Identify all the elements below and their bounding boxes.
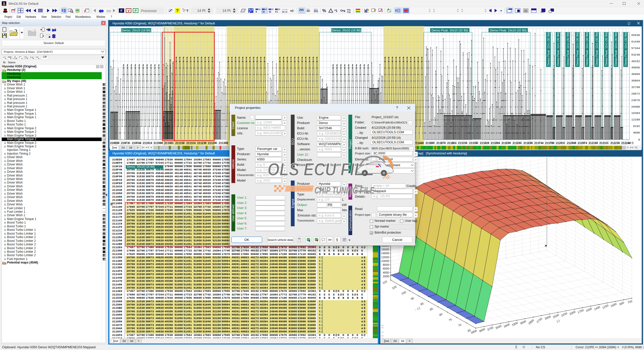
svg-text:Denso Float: 12x1 (32 Bit): Denso Float: 12x1 (32 Bit) <box>566 32 569 66</box>
svg-text:3000: 3000 <box>519 320 527 325</box>
svg-text:+/-: +/- <box>290 9 294 13</box>
svg-text:Denso Float: 12x1 (32 Bit): Denso Float: 12x1 (32 Bit) <box>576 32 579 66</box>
svg-text:4000: 4000 <box>383 271 389 274</box>
svg-text:>>: >> <box>328 238 332 242</box>
svg-text:1250: 1250 <box>602 304 609 309</box>
svg-text:HI LO: HI LO <box>282 11 287 13</box>
svg-text:3800: 3800 <box>478 327 486 333</box>
svg-text:2800: 2800 <box>528 319 535 325</box>
svg-text:70: 70 <box>458 323 462 327</box>
svg-text:85: 85 <box>429 307 433 311</box>
svg-text:90: 90 <box>420 302 424 306</box>
svg-text:1500: 1500 <box>585 307 592 313</box>
svg-text:2250: 2250 <box>561 312 568 317</box>
svg-text:Org: Org <box>340 9 345 12</box>
svg-text:- (-): - (-) <box>414 306 421 311</box>
svg-text:14000: 14000 <box>381 252 389 255</box>
svg-text:Denso Float: 12x1 (32 Bit): Denso Float: 12x1 (32 Bit) <box>595 32 598 66</box>
svg-text:3300: 3300 <box>511 321 518 327</box>
svg-text:Denso Float: 12x1 (32 Bit): Denso Float: 12x1 (32 Bit) <box>585 32 588 66</box>
svg-text:Denso Float: 12x1 (32 Bit): Denso Float: 12x1 (32 Bit) <box>556 32 559 66</box>
svg-text:16000: 16000 <box>381 248 389 251</box>
svg-text:100: 100 <box>401 290 407 295</box>
svg-text:3400: 3400 <box>503 323 510 328</box>
svg-text:95: 95 <box>410 296 415 300</box>
svg-text:F: F <box>389 10 391 13</box>
svg-text:Denso Float: 12x1 (32 Bit): Denso Float: 12x1 (32 Bit) <box>547 32 550 66</box>
svg-text:800: 800 <box>619 301 625 306</box>
svg-text:16: 16 <box>262 11 265 13</box>
svg-text:3700: 3700 <box>487 326 494 331</box>
svg-text:V: V <box>128 9 130 13</box>
svg-text:§: § <box>336 238 338 242</box>
svg-text:111: 111 <box>314 10 318 13</box>
svg-text:2750: 2750 <box>536 317 543 324</box>
svg-text:%: % <box>322 8 326 13</box>
svg-text:12000: 12000 <box>381 256 389 259</box>
svg-text:?: ? <box>176 9 179 13</box>
svg-text:2000: 2000 <box>569 310 576 316</box>
svg-text:Denso Float: 12x1 (32 Bit): Denso Float: 12x1 (32 Bit) <box>605 32 608 66</box>
svg-text:Denso Float: 10x10 (32 Bit): Denso Float: 10x10 (32 Bit) <box>490 29 527 32</box>
svg-text:CHIP TUNING FILE: CHIP TUNING FILE <box>314 185 375 196</box>
svg-text:80: 80 <box>439 313 443 317</box>
svg-text:Denso: 20x10 (16 Bit): Denso: 20x10 (16 Bit) <box>332 29 361 32</box>
svg-text:75: 75 <box>448 318 453 322</box>
svg-text:1000: 1000 <box>610 302 617 308</box>
svg-text:32: 32 <box>269 11 271 13</box>
svg-text:2500: 2500 <box>552 313 559 319</box>
svg-text:3500: 3500 <box>495 324 502 330</box>
svg-text:3900: 3900 <box>470 329 477 334</box>
svg-text:P: P <box>135 9 137 13</box>
svg-text:F: F <box>120 9 123 13</box>
svg-text:1750: 1750 <box>577 309 584 314</box>
svg-text:SEE: SEE <box>300 11 304 13</box>
svg-text:8: 8 <box>256 11 257 13</box>
svg-text:IHL..: IHL.. <box>100 12 103 13</box>
svg-text:Denso Float: 10x10 (32 Bit): Denso Float: 10x10 (32 Bit) <box>431 29 468 32</box>
svg-text:110: 110 <box>382 280 388 285</box>
svg-text:(-): (-) <box>556 319 560 323</box>
svg-text:750: 750 <box>627 299 633 304</box>
svg-text:1400: 1400 <box>593 305 600 311</box>
svg-text:8000: 8000 <box>383 263 389 266</box>
svg-text:*1: *1 <box>334 9 337 13</box>
svg-text:Org: Org <box>347 9 350 11</box>
svg-text:105: 105 <box>391 285 397 290</box>
svg-text:2600: 2600 <box>544 315 551 320</box>
svg-text:Denso Float: 12x1 (32 Bit): Denso Float: 12x1 (32 Bit) <box>624 32 627 66</box>
svg-text:F1: F1 <box>275 11 278 13</box>
svg-text:Denso: 20x10 (16 Bit): Denso: 20x10 (16 Bit) <box>122 29 151 32</box>
svg-text:10000: 10000 <box>381 259 389 262</box>
svg-text:Org: Org <box>347 11 350 13</box>
svg-text:?: ? <box>186 9 188 13</box>
svg-text:FF: FF <box>307 10 310 13</box>
svg-text:2000: 2000 <box>383 275 389 278</box>
svg-text:Denso Float: 12x1 (32 Bit): Denso Float: 12x1 (32 Bit) <box>614 32 617 66</box>
svg-text:6000: 6000 <box>383 267 389 270</box>
svg-text:LO HI: LO HI <box>282 9 287 11</box>
